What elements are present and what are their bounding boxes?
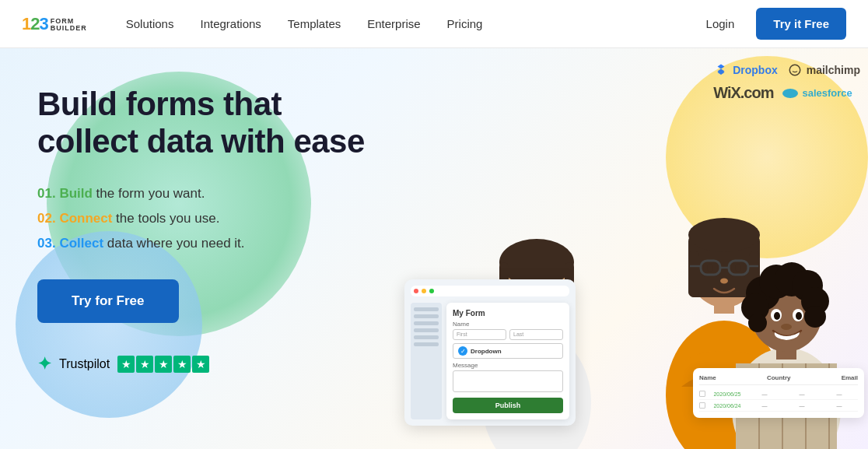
sidebar-row-6 xyxy=(414,342,439,346)
data-table-mockup: Name Country Email 2020/06/25 — — — 2020… xyxy=(693,368,864,418)
hero-section: Build forms that collect data with ease … xyxy=(0,48,868,449)
mailchimp-logo: mailchimp xyxy=(787,62,860,78)
dt-col-country: Country xyxy=(767,374,791,381)
try-for-free-button[interactable]: Try for Free xyxy=(37,279,179,323)
form-message-textarea[interactable] xyxy=(453,370,563,392)
row-2-name: — xyxy=(746,403,783,409)
mailchimp-icon xyxy=(787,62,803,78)
form-publish-button[interactable]: Publish xyxy=(453,398,563,413)
svg-point-1 xyxy=(782,89,798,98)
form-message-label: Message xyxy=(453,362,563,369)
nav-integrations[interactable]: Integrations xyxy=(189,11,271,37)
hero-title: Build forms that collect data with ease xyxy=(37,86,373,161)
step-2-keyword: Connect xyxy=(59,211,112,226)
form-first-input[interactable]: First xyxy=(453,329,506,340)
form-editor: My Form Name First Last ✓ Dropdown xyxy=(404,279,576,426)
step-3-num: 03. xyxy=(37,236,56,251)
nav-enterprise[interactable]: Enterprise xyxy=(356,11,431,37)
logo-brand: FORM BUILDER xyxy=(51,18,87,32)
row-2-country: — xyxy=(783,403,821,409)
row-1-name: — xyxy=(746,391,783,397)
form-last-input[interactable]: Last xyxy=(509,329,563,340)
star-5: ★ xyxy=(192,356,209,373)
form-editor-header xyxy=(411,286,569,296)
star-4: ★ xyxy=(173,356,191,373)
form-name-inputs: First Last xyxy=(453,329,563,340)
step-3-rest: data where you need it. xyxy=(107,236,245,251)
step-3-keyword: Collect xyxy=(59,236,103,251)
nav-pricing[interactable]: Pricing xyxy=(436,11,494,37)
step-1: 01. Build the form you want. xyxy=(37,186,373,202)
wix-logo: WiX.com xyxy=(713,84,773,102)
svg-point-53 xyxy=(796,312,802,320)
hero-content: Build forms that collect data with ease … xyxy=(0,48,373,449)
step-2-num: 02. xyxy=(37,211,56,226)
hero-visual: Dropbox mailchimp WiX.com salesf xyxy=(373,48,868,449)
sidebar-row-5 xyxy=(414,335,439,339)
data-table-header: Name Country Email xyxy=(699,374,858,385)
row-1-email: — xyxy=(821,391,858,397)
integrations-row-1: Dropbox mailchimp xyxy=(713,62,860,78)
trustpilot-badge: ✦ Trustpilot ★ ★ ★ ★ ★ xyxy=(37,354,373,374)
sidebar-row-3 xyxy=(414,321,439,325)
svg-point-49 xyxy=(804,306,826,328)
dropbox-icon xyxy=(713,62,729,78)
svg-point-5 xyxy=(499,239,574,286)
form-editor-body: My Form Name First Last ✓ Dropdown xyxy=(411,303,569,419)
form-builder-mockup: My Form Name First Last ✓ Dropdown xyxy=(404,279,622,426)
dropbox-logo: Dropbox xyxy=(713,62,778,78)
dropdown-label: Dropdown xyxy=(471,348,502,355)
window-maximize-dot xyxy=(429,289,434,293)
form-sidebar xyxy=(411,303,442,419)
steps-list: 01. Build the form you want. 02. Connect… xyxy=(37,186,373,251)
row-2-checkbox[interactable] xyxy=(699,402,705,409)
sidebar-row-1 xyxy=(414,307,439,311)
dt-col-email: Email xyxy=(842,374,858,381)
sidebar-row-4 xyxy=(414,328,439,332)
dropdown-icon: ✓ xyxy=(458,346,467,356)
logo-1: 1 xyxy=(22,14,30,34)
form-dropdown[interactable]: ✓ Dropdown xyxy=(453,343,563,359)
dropdown-check-icon: ✓ xyxy=(460,348,466,355)
row-1-date: 2020/06/25 xyxy=(709,391,746,397)
svg-point-0 xyxy=(789,65,800,75)
step-1-keyword: Build xyxy=(59,186,93,201)
trustpilot-icon: ✦ xyxy=(37,354,51,374)
nav-templates[interactable]: Templates xyxy=(277,11,352,37)
login-button[interactable]: Login xyxy=(697,11,744,37)
salesforce-logo: salesforce xyxy=(782,86,852,101)
logo-2: 2 xyxy=(30,14,39,34)
star-3: ★ xyxy=(155,356,172,373)
svg-rect-21 xyxy=(688,251,699,297)
logo[interactable]: 1 2 3 FORM BUILDER xyxy=(22,14,87,34)
window-minimize-dot xyxy=(422,289,426,293)
row-2-date: 2020/06/24 xyxy=(709,403,746,409)
form-card: My Form Name First Last ✓ Dropdown xyxy=(446,303,569,419)
step-2-rest: the tools you use. xyxy=(116,211,219,226)
trustpilot-label: Trustpilot xyxy=(59,357,110,371)
svg-point-52 xyxy=(774,312,780,320)
nav-solutions[interactable]: Solutions xyxy=(115,11,185,37)
form-preview-area: My Form Name First Last ✓ Dropdown xyxy=(446,303,569,419)
step-2: 02. Connect the tools you use. xyxy=(37,211,373,226)
nav-links: Solutions Integrations Templates Enterpr… xyxy=(115,11,697,37)
sidebar-row-2 xyxy=(414,314,439,318)
integration-logos: Dropbox mailchimp WiX.com salesf xyxy=(713,62,860,102)
navbar: 1 2 3 FORM BUILDER Solutions Integration… xyxy=(0,0,868,48)
star-1: ★ xyxy=(117,356,135,373)
logo-3: 3 xyxy=(40,14,48,34)
step-1-num: 01. xyxy=(37,186,56,201)
form-card-title: My Form xyxy=(453,309,563,317)
form-name-label: Name xyxy=(453,321,563,328)
row-1-country: — xyxy=(783,391,821,397)
svg-point-54 xyxy=(781,324,792,330)
table-row: 2020/06/24 — — — xyxy=(699,400,858,412)
step-1-rest: the form you want. xyxy=(96,186,205,201)
step-3: 03. Collect data where you need it. xyxy=(37,236,373,251)
salesforce-icon xyxy=(782,86,798,101)
nav-right: Login Try it Free xyxy=(697,8,846,40)
star-2: ★ xyxy=(136,356,153,373)
row-1-checkbox[interactable] xyxy=(699,391,705,397)
try-it-free-button[interactable]: Try it Free xyxy=(756,8,846,40)
integrations-row-2: WiX.com salesforce xyxy=(713,84,860,102)
